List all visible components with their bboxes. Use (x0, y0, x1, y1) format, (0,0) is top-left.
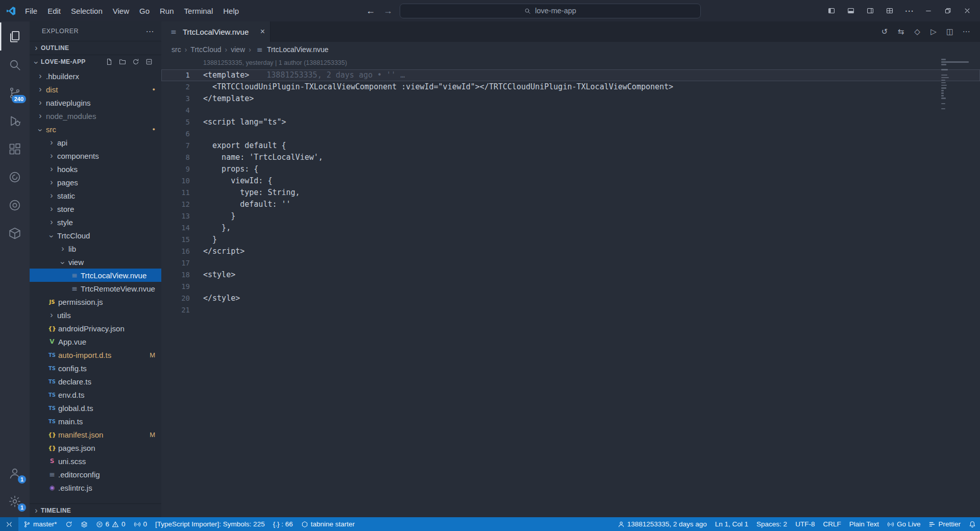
toggle-sidebar-icon[interactable] (822, 3, 841, 19)
tree-item-pages[interactable]: ›pages (30, 176, 161, 189)
tree-item-hooks[interactable]: ›hooks (30, 162, 161, 176)
menu-help[interactable]: Help (218, 4, 244, 18)
workspace-section-header[interactable]: › LOVE-ME-APP (30, 55, 161, 68)
activity-search[interactable] (0, 51, 30, 79)
tree-item-src[interactable]: ›src● (30, 123, 161, 136)
tree-item-static[interactable]: ›static (30, 189, 161, 202)
status-remote[interactable] (0, 517, 18, 531)
menu-edit[interactable]: Edit (42, 4, 66, 18)
status-indentation[interactable]: Spaces: 2 (752, 517, 791, 531)
menu-terminal[interactable]: Terminal (179, 4, 218, 18)
code-line-1[interactable]: 1<template>13881253335, 2 days ago • '' … (161, 69, 980, 81)
tree-item-node_modules[interactable]: ›node_modules (30, 109, 161, 123)
tree-item-store[interactable]: ›store (30, 202, 161, 215)
tree-item-utils[interactable]: ›utils (30, 308, 161, 322)
breadcrumb-view[interactable]: view (231, 45, 245, 54)
code-line-13[interactable]: 13 } (161, 210, 980, 222)
status-problems[interactable]: 60 (92, 517, 130, 531)
code-line-6[interactable]: 6 (161, 128, 980, 140)
status-go-live[interactable]: Go Live (883, 517, 925, 531)
minimap[interactable] (941, 59, 973, 113)
menu-go[interactable]: Go (134, 4, 155, 18)
restore-button[interactable] (938, 3, 958, 19)
code-line-5[interactable]: 5<script lang="ts"> (161, 116, 980, 128)
code-line-16[interactable]: 16</script> (161, 246, 980, 257)
minimize-button[interactable] (919, 3, 938, 19)
code-line-18[interactable]: 18<style> (161, 269, 980, 281)
code-line-7[interactable]: 7 export default { (161, 140, 980, 152)
tree-item-pages.json[interactable]: {}pages.json (30, 441, 161, 454)
code-line-17[interactable]: 17 (161, 257, 980, 269)
status-branch[interactable]: master* (19, 517, 61, 531)
open-changes-icon[interactable]: ◇ (910, 24, 925, 39)
close-button[interactable] (958, 3, 977, 19)
tree-item-declare.ts[interactable]: TSdeclare.ts (30, 375, 161, 388)
status-blame[interactable]: 13881253335, 2 days ago (614, 517, 711, 531)
go-back-icon[interactable]: ← (365, 6, 376, 16)
code-line-21[interactable]: 21 (161, 304, 980, 316)
tree-item-nativeplugins[interactable]: ›nativeplugins (30, 96, 161, 109)
menu-selection[interactable]: Selection (66, 4, 108, 18)
tree-item-permission.js[interactable]: JSpermission.js (30, 295, 161, 308)
toggle-panel-icon[interactable] (841, 3, 861, 19)
close-tab-icon[interactable]: × (260, 27, 265, 36)
go-forward-icon[interactable]: → (382, 6, 394, 16)
code-line-10[interactable]: 10 viewId: { (161, 175, 980, 187)
timeline-section-header[interactable]: › TIMELINE (30, 503, 161, 517)
command-center-search[interactable]: love-me-app (400, 4, 701, 18)
code-line-14[interactable]: 14 }, (161, 222, 980, 234)
code-line-20[interactable]: 20</style> (161, 293, 980, 304)
tree-item-TrtcLocalView.nvue[interactable]: ≡TrtcLocalView.nvue (30, 269, 161, 282)
activity-ext-circle-2[interactable] (0, 191, 30, 219)
status-cursor-position[interactable]: Ln 1, Col 1 (711, 517, 752, 531)
tab-trtclocalview[interactable]: ≡ TrtcLocalView.nvue × (161, 21, 271, 42)
tree-item-App.vue[interactable]: VApp.vue (30, 335, 161, 348)
activity-accounts[interactable]: 1 (0, 459, 30, 487)
collapse-all-icon[interactable] (143, 56, 155, 67)
timeline-icon[interactable]: ↺ (877, 24, 892, 39)
tree-item-.editorconfig[interactable]: ≡.editorconfig (30, 468, 161, 481)
toggle-secondary-sidebar-icon[interactable] (861, 3, 880, 19)
tree-item-env.d.ts[interactable]: TSenv.d.ts (30, 388, 161, 401)
status-layers[interactable] (77, 517, 92, 531)
more-actions-icon[interactable]: ⋯ (959, 24, 974, 39)
tree-item-.eslintrc.js[interactable]: ◉.eslintrc.js (30, 481, 161, 494)
tree-item-config.ts[interactable]: TSconfig.ts (30, 361, 161, 375)
refresh-icon[interactable] (130, 56, 142, 67)
tree-item-manifest.json[interactable]: {}manifest.jsonM (30, 428, 161, 441)
activity-ext-package[interactable] (0, 219, 30, 247)
more-icon[interactable]: ⋯ (899, 3, 919, 19)
tree-item-global.d.ts[interactable]: TSglobal.d.ts (30, 401, 161, 415)
status-ts-importer[interactable]: [TypeScript Importer]: Symbols: 225 (151, 517, 269, 531)
activity-explorer[interactable] (0, 22, 30, 51)
code-line-19[interactable]: 19 (161, 281, 980, 293)
code-line-15[interactable]: 15 } (161, 234, 980, 246)
code-editor[interactable]: 13881253335, yesterday | 1 author (13881… (161, 57, 980, 517)
compare-icon[interactable]: ⇆ (893, 24, 909, 39)
breadcrumb-TrtcCloud[interactable]: TrtcCloud (190, 45, 221, 54)
tree-item-androidPrivacy.json[interactable]: {}androidPrivacy.json (30, 322, 161, 335)
code-line-12[interactable]: 12 default: '' (161, 199, 980, 210)
menu-run[interactable]: Run (155, 4, 179, 18)
activity-settings[interactable]: 1 (0, 487, 30, 515)
tree-item-main.ts[interactable]: TSmain.ts (30, 415, 161, 428)
code-line-9[interactable]: 9 props: { (161, 163, 980, 175)
menu-view[interactable]: View (108, 4, 134, 18)
status-ports[interactable]: 0 (130, 517, 152, 531)
breadcrumb-src[interactable]: src (172, 45, 181, 54)
new-file-icon[interactable] (103, 56, 115, 67)
status-prettier[interactable]: Prettier (924, 517, 965, 531)
tree-item-.hbuilderx[interactable]: ›.hbuilderx (30, 69, 161, 83)
run-icon[interactable]: ▷ (926, 24, 941, 39)
tree-item-view[interactable]: ›view (30, 255, 161, 269)
status-eol[interactable]: CRLF (819, 517, 845, 531)
status-notifications[interactable] (965, 517, 980, 531)
outline-section-header[interactable]: › OUTLINE (30, 41, 161, 55)
tree-item-uni.scss[interactable]: Suni.scss (30, 454, 161, 468)
activity-run-debug[interactable] (0, 107, 30, 135)
code-line-3[interactable]: 3</template> (161, 93, 980, 105)
activity-source-control[interactable]: 240 (0, 79, 30, 107)
code-line-8[interactable]: 8 name: 'TrtcLocalView', (161, 152, 980, 163)
customize-layout-icon[interactable] (880, 3, 899, 19)
activity-ext-circle-1[interactable] (0, 163, 30, 191)
